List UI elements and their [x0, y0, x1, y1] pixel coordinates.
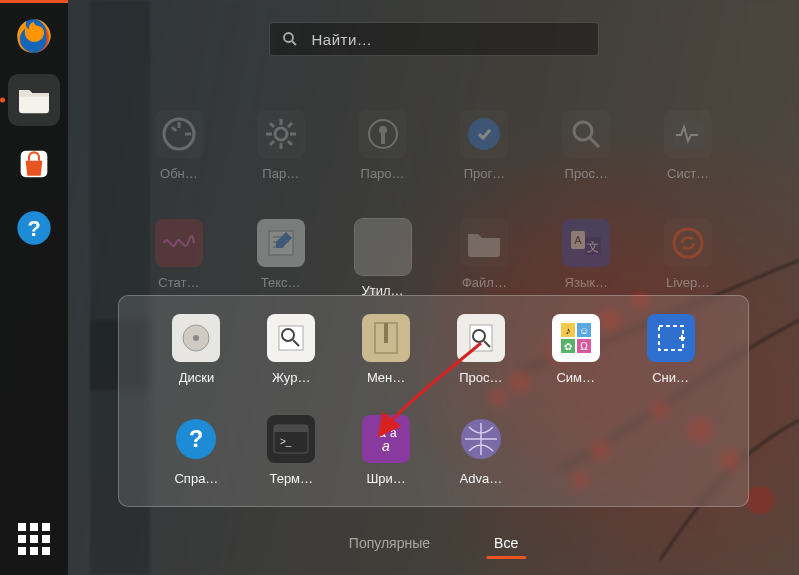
svg-line-27 [288, 141, 292, 145]
logs-icon [267, 314, 315, 362]
app-advanced-net[interactable]: Adva… [434, 415, 529, 486]
network-icon [457, 415, 505, 463]
magnifier-icon [562, 110, 610, 158]
terminal-icon: >_ [267, 415, 315, 463]
search-icon [282, 31, 298, 47]
app-settings[interactable]: Пар… [230, 110, 332, 181]
app-label: Терм… [269, 471, 313, 486]
app-label: Диски [179, 370, 215, 385]
app-system-monitor[interactable]: Сист… [637, 110, 739, 181]
app-label: Обн… [160, 166, 198, 181]
app-label: Сист… [667, 166, 709, 181]
svg-point-47 [193, 335, 199, 341]
app-software-center[interactable]: Прог… [434, 110, 536, 181]
svg-text:?: ? [27, 216, 40, 241]
app-text-editor[interactable]: Текс… [230, 219, 332, 298]
svg-text:♪: ♪ [565, 325, 570, 336]
dock: ? [0, 0, 68, 575]
help-icon: ? [172, 415, 220, 463]
app-terminal[interactable]: >_ Терм… [244, 415, 339, 486]
app-updater[interactable]: Обн… [128, 110, 230, 181]
screenshot-icon [647, 314, 695, 362]
svg-point-18 [284, 33, 293, 42]
app-label: Шри… [366, 471, 405, 486]
folder-group-icon [355, 219, 411, 275]
app-disks[interactable]: Диски [149, 314, 244, 385]
fonts-icon: aaa [362, 415, 410, 463]
dock-accent-bar [0, 0, 68, 3]
firefox-icon [14, 16, 54, 56]
folder-grey-icon [460, 219, 508, 267]
svg-text:Ω: Ω [580, 341, 588, 352]
characters-icon: ♪☺✿Ω [552, 314, 600, 362]
app-archive[interactable]: Мен… [339, 314, 434, 385]
app-logs[interactable]: Жур… [244, 314, 339, 385]
app-label: Прог… [464, 166, 506, 181]
svg-line-35 [590, 138, 599, 147]
tab-frequent[interactable]: Популярные [347, 531, 432, 559]
livepatch-icon [664, 219, 712, 267]
app-label: Сим… [556, 370, 595, 385]
svg-text:?: ? [189, 425, 204, 452]
app-utilities-folder[interactable]: Утил… [332, 219, 434, 298]
svg-rect-52 [384, 323, 388, 343]
app-doc-viewer[interactable]: Прос… [434, 314, 529, 385]
svg-line-28 [288, 123, 292, 127]
app-language[interactable]: A文 Язык… [535, 219, 637, 298]
disks-icon [172, 314, 220, 362]
app-label: Файл… [462, 275, 507, 290]
dock-firefox[interactable] [8, 10, 60, 62]
notepad-icon [257, 219, 305, 267]
dock-software[interactable] [8, 138, 60, 190]
dock-help[interactable]: ? [8, 202, 60, 254]
search-bar[interactable] [269, 22, 599, 56]
key-icon [359, 110, 407, 158]
svg-rect-70 [274, 425, 308, 432]
show-applications-button[interactable] [8, 513, 60, 565]
pulse-icon [664, 110, 712, 158]
app-passwords[interactable]: Паро… [332, 110, 434, 181]
app-fonts[interactable]: aaa Шри… [339, 415, 434, 486]
svg-point-33 [468, 118, 500, 150]
app-livepatch[interactable]: Livep… [637, 219, 739, 298]
svg-text:>_: >_ [280, 436, 292, 447]
app-label: Текс… [261, 275, 301, 290]
app-files-grey[interactable]: Файл… [434, 219, 536, 298]
app-image-viewer[interactable]: Прос… [535, 110, 637, 181]
svg-point-21 [275, 128, 287, 140]
app-label: Язык… [565, 275, 608, 290]
app-power-stats[interactable]: Стат… [128, 219, 230, 298]
dock-files[interactable] [8, 74, 60, 126]
app-screenshot[interactable]: Сни… [623, 314, 718, 385]
shopping-bag-icon [14, 144, 54, 184]
folder-icon [14, 80, 54, 120]
app-label: Мен… [367, 370, 405, 385]
svg-point-34 [574, 122, 592, 140]
svg-point-45 [674, 229, 702, 257]
svg-text:a: a [382, 438, 390, 454]
app-help-blue[interactable]: ? Спра… [149, 415, 244, 486]
app-label: Прос… [459, 370, 502, 385]
doc-viewer-icon [457, 314, 505, 362]
search-input[interactable] [310, 30, 586, 49]
app-label: Стат… [158, 275, 199, 290]
software-icon [460, 110, 508, 158]
svg-line-29 [270, 141, 274, 145]
svg-text:a: a [390, 426, 397, 440]
svg-line-26 [270, 123, 274, 127]
app-label: Паро… [361, 166, 405, 181]
app-characters[interactable]: ♪☺✿Ω Сим… [528, 314, 623, 385]
app-label: Жур… [272, 370, 310, 385]
svg-line-19 [292, 41, 296, 45]
svg-text:文: 文 [587, 240, 599, 254]
archive-icon [362, 314, 410, 362]
gear-icon [257, 110, 305, 158]
tab-all[interactable]: Все [492, 531, 520, 559]
app-label: Прос… [565, 166, 608, 181]
translate-icon: A文 [562, 219, 610, 267]
svg-rect-32 [381, 132, 385, 144]
app-label: Пар… [262, 166, 299, 181]
svg-text:A: A [575, 234, 583, 246]
utilities-folder-popup: Диски Жур… Мен… Прос… [118, 295, 749, 507]
activities-overview: Обн… Пар… Паро… Прог… Прос… [68, 0, 799, 575]
